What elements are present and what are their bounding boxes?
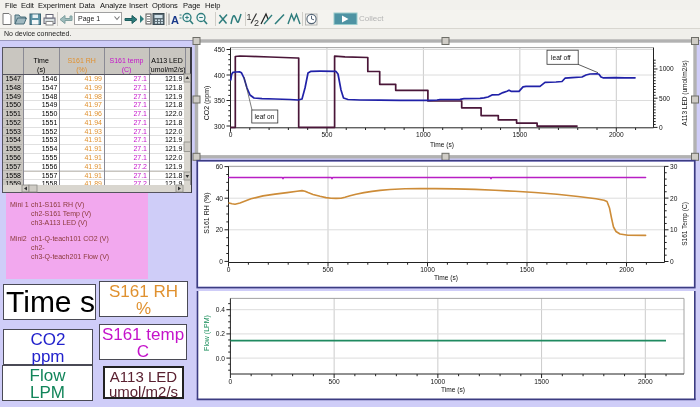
svg-text:0: 0	[659, 124, 663, 131]
svg-text:1500: 1500	[520, 266, 535, 273]
svg-text:500: 500	[659, 95, 670, 102]
svg-text:A: A	[171, 14, 179, 26]
svg-text:1000: 1000	[659, 65, 674, 72]
svg-text:500: 500	[329, 378, 340, 385]
svg-text:0.0: 0.0	[216, 355, 225, 362]
svg-text:40: 40	[216, 195, 224, 202]
svg-text:0: 0	[227, 266, 231, 273]
svg-text:0: 0	[229, 131, 233, 138]
svg-text:2000: 2000	[609, 131, 624, 138]
svg-text:500: 500	[322, 266, 333, 273]
svg-text:0.2: 0.2	[216, 330, 225, 337]
svg-text:Time (s): Time (s)	[441, 386, 465, 394]
svg-text:2000: 2000	[619, 266, 634, 273]
svg-text:20: 20	[216, 226, 224, 233]
svg-text:1000: 1000	[431, 378, 446, 385]
svg-text:0: 0	[670, 258, 674, 265]
svg-text:Time (s): Time (s)	[434, 274, 458, 282]
svg-text:10: 10	[670, 226, 678, 233]
svg-text:2000: 2000	[638, 378, 653, 385]
svg-text:60: 60	[216, 163, 224, 170]
svg-text:30: 30	[670, 163, 678, 170]
svg-text:A113 LED (umol/m2/s): A113 LED (umol/m2/s)	[681, 60, 689, 125]
svg-text:S161 RH (%): S161 RH (%)	[203, 192, 211, 233]
svg-text:1000: 1000	[416, 131, 431, 138]
svg-text:400: 400	[214, 72, 225, 79]
svg-text:300: 300	[214, 123, 225, 130]
svg-text:0: 0	[229, 378, 233, 385]
svg-text:Flow (LPM): Flow (LPM)	[203, 315, 211, 351]
svg-text:500: 500	[321, 131, 332, 138]
svg-text:1500: 1500	[534, 378, 549, 385]
svg-text:1: 1	[247, 12, 252, 22]
svg-text:CO2 (ppm): CO2 (ppm)	[203, 86, 211, 121]
svg-text:1000: 1000	[420, 266, 435, 273]
svg-text:0: 0	[219, 258, 223, 265]
svg-text:0.4: 0.4	[216, 306, 225, 313]
svg-text:leaf on: leaf on	[255, 113, 275, 120]
svg-text:350: 350	[214, 97, 225, 104]
svg-text:Time (s): Time (s)	[430, 141, 454, 149]
svg-text:S161 Temp (C): S161 Temp (C)	[681, 202, 689, 246]
svg-text:leaf off: leaf off	[551, 54, 571, 61]
svg-text:2: 2	[254, 18, 259, 28]
svg-text:1500: 1500	[513, 131, 528, 138]
svg-text:20: 20	[670, 195, 678, 202]
svg-text:450: 450	[214, 46, 225, 53]
